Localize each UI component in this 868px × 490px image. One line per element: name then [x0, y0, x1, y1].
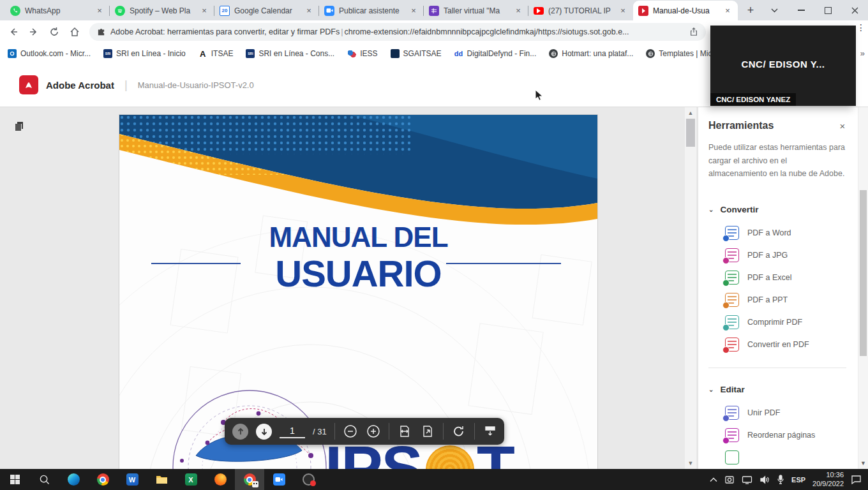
bookmark-outlook[interactable]: Outlook.com - Micr...: [8, 49, 91, 58]
bookmark-hotmart[interactable]: Hotmart: una plataf...: [549, 49, 633, 58]
microphone-icon[interactable]: [777, 475, 784, 484]
zoom-in-icon[interactable]: [366, 424, 381, 439]
tab-close-icon[interactable]: ×: [94, 6, 105, 16]
globe-icon: [549, 49, 558, 58]
iess-icon: [347, 49, 356, 58]
page-number-input[interactable]: [280, 424, 305, 438]
tab-taller-virtual[interactable]: Taller virtual "Ma ×: [424, 1, 528, 20]
taskbar-clock[interactable]: 10:36 20/9/2022: [812, 471, 844, 489]
obs-recorder-icon[interactable]: [294, 469, 323, 490]
tool-pdf-a-word[interactable]: PDF a Word: [708, 222, 849, 244]
tool-convertir-en-pdf[interactable]: Convertir en PDF: [708, 334, 849, 356]
bookmarks-overflow-icon[interactable]: »: [860, 48, 865, 58]
page-thumbnails-icon[interactable]: [13, 120, 26, 133]
screen: WhatsApp × Spotify – Web Pla × 20 Google…: [0, 0, 868, 490]
minimize-button[interactable]: [788, 0, 814, 20]
display-icon[interactable]: [742, 475, 752, 484]
bookmark-itsae[interactable]: AITSAE: [198, 49, 234, 58]
restore-button[interactable]: [814, 0, 841, 20]
taskbar-search-icon[interactable]: [29, 469, 59, 490]
page-total: / 31: [313, 427, 327, 436]
firefox-icon[interactable]: [206, 469, 235, 490]
bookmark-sgaitsae[interactable]: SGAITSAE: [391, 49, 442, 58]
tool-pdf-a-jpg[interactable]: PDF a JPG: [708, 244, 849, 267]
title-rule-left: [151, 263, 241, 264]
tool-unir-pdf[interactable]: Unir PDF: [708, 402, 849, 424]
tab-whatsapp[interactable]: WhatsApp ×: [5, 1, 110, 20]
mouse-cursor: [535, 89, 545, 102]
word-icon[interactable]: W: [117, 469, 147, 490]
tab-close-icon[interactable]: ×: [722, 6, 733, 16]
presentation-mode-icon[interactable]: [483, 424, 498, 439]
scrollbar-thumb[interactable]: [860, 190, 867, 356]
sri-icon: SRI: [103, 49, 112, 58]
scroll-up-icon[interactable]: ▲: [685, 108, 696, 117]
video-participant-tile[interactable]: CNC/ EDISON Y... CNC/ EDISON YANEZ: [710, 26, 856, 106]
forms-icon: [429, 6, 439, 16]
tab-close-icon[interactable]: ×: [304, 6, 314, 16]
sidebar-close-icon[interactable]: ×: [836, 121, 849, 131]
address-bar[interactable]: Adobe Acrobat: herramientas para convert…: [89, 23, 706, 41]
tool-comprimir-pdf[interactable]: Comprimir PDF: [708, 311, 849, 334]
tab-youtube-tutorial[interactable]: (27) TUTORIAL IP ×: [528, 1, 633, 20]
reload-button[interactable]: [45, 22, 64, 41]
fit-page-icon[interactable]: [420, 424, 435, 439]
pdf-page: MANUAL DEL USUARIO IPST: [119, 115, 597, 469]
sidebar-scrollbar[interactable]: ▼: [858, 107, 868, 469]
tab-spotify[interactable]: Spotify – Web Pla ×: [110, 1, 214, 20]
rotate-icon[interactable]: [451, 424, 467, 439]
bookmark-sri-inicio[interactable]: SRISRI en Línea - Inicio: [103, 49, 186, 58]
tab-publicar-asistente[interactable]: Publicar asistente ×: [319, 1, 424, 20]
next-page-icon[interactable]: [256, 424, 272, 440]
tool-pdf-a-excel[interactable]: PDF a Excel: [708, 267, 849, 289]
start-button[interactable]: [0, 469, 29, 490]
tool-pdf-a-ppt[interactable]: PDF a PPT: [708, 289, 849, 311]
tab-google-calendar[interactable]: 20 Google Calendar ×: [214, 1, 319, 20]
close-window-button[interactable]: [841, 0, 868, 20]
viewer-scrollbar[interactable]: ▲ ▼: [685, 107, 696, 469]
tab-close-icon[interactable]: ×: [199, 6, 209, 16]
chrome-icon[interactable]: [88, 469, 117, 490]
browser-menu-icon[interactable]: ⋮: [857, 26, 865, 30]
tab-title: Google Calendar: [234, 6, 299, 15]
tab-close-icon[interactable]: ×: [513, 6, 523, 16]
section-editar[interactable]: ⌄ Editar: [708, 385, 849, 394]
google-calendar-icon: 20: [220, 6, 230, 16]
excel-icon[interactable]: X: [176, 469, 206, 490]
zoom-out-icon[interactable]: [343, 424, 358, 439]
bookmark-iess[interactable]: IESS: [347, 49, 377, 58]
bookmark-digitaldefynd[interactable]: ddDigitalDefynd - Fin...: [454, 49, 537, 58]
language-indicator[interactable]: ESP: [791, 476, 805, 484]
notifications-icon[interactable]: [851, 475, 862, 484]
volume-icon[interactable]: [760, 475, 770, 484]
tab-close-icon[interactable]: ×: [408, 6, 419, 16]
screen-share-icon[interactable]: [724, 475, 735, 484]
fit-width-icon[interactable]: [397, 424, 412, 439]
convert-to-pdf-icon: [725, 338, 739, 352]
tray-chevron-up-icon[interactable]: [710, 477, 717, 482]
forward-button[interactable]: [24, 22, 43, 41]
scroll-down-icon[interactable]: ▼: [685, 459, 696, 468]
previous-page-icon[interactable]: [232, 424, 248, 440]
back-button[interactable]: [4, 22, 23, 41]
tab-search-chevron-icon[interactable]: [761, 0, 788, 20]
new-tab-button[interactable]: +: [742, 1, 760, 19]
zoom-app-icon[interactable]: [264, 469, 294, 490]
section-convertir[interactable]: ⌄ Convertir: [708, 205, 849, 214]
chrome-active-icon[interactable]: [235, 469, 264, 490]
edge-icon[interactable]: [59, 469, 88, 490]
bookmark-sri-consultas[interactable]: SRISRI en Línea - Cons...: [246, 49, 334, 58]
cover-title-line2: USUARIO: [119, 255, 597, 292]
share-icon[interactable]: [689, 27, 698, 36]
scroll-down-icon[interactable]: ▼: [858, 460, 868, 466]
file-explorer-icon[interactable]: [147, 469, 176, 490]
compress-pdf-icon: [725, 315, 739, 329]
title-rule-right: [446, 263, 561, 264]
tool-reordenar-paginas[interactable]: Reordenar páginas: [708, 424, 849, 447]
document-title: Manual-de-Usuario-IPSOT-v2.0: [138, 80, 254, 90]
home-button[interactable]: [65, 22, 84, 41]
tab-close-icon[interactable]: ×: [618, 6, 628, 16]
scrollbar-thumb[interactable]: [686, 119, 695, 147]
partial-tool-icon[interactable]: [725, 450, 739, 464]
tab-manual-de-usuario[interactable]: Manual-de-Usua ×: [633, 1, 738, 20]
